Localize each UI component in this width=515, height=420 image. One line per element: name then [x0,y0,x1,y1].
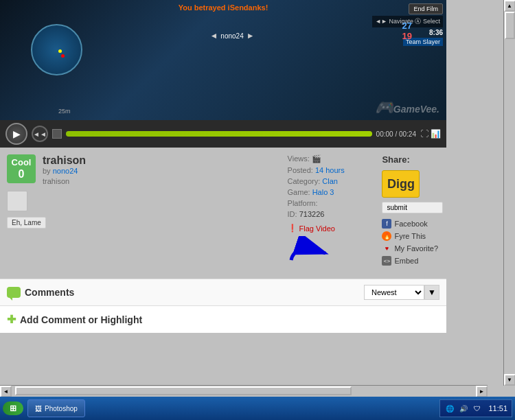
skip-back-button[interactable]: ◄◄ [32,126,48,142]
embed-label: Embed [394,257,418,265]
video-frame: You betrayed iSendanks! 25m ◄ nono24 ► E… [0,0,446,120]
video-title: trahison [43,154,277,167]
game-label: Game: [288,188,310,196]
submit-button[interactable]: submit [382,202,443,213]
facebook-link[interactable]: f Facebook [382,219,443,229]
fyre-link[interactable]: 🔥 Fyre This [382,231,443,241]
play-icon: ▶ [13,128,21,139]
system-clock: 11:51 [488,404,507,412]
posted-label: Posted: [288,166,313,174]
photoshop-icon: 🖼 [35,405,42,412]
views-icon: 🎬 [312,154,321,163]
play-button[interactable]: ▶ [5,123,27,145]
favorite-icon: ♥ [382,244,391,253]
radar-dot-enemy [61,54,65,58]
embed-icon: <> [382,256,391,266]
start-button[interactable]: ⊞ [3,401,23,415]
progress-fill [66,131,372,137]
arrow-graphic-area [288,236,376,272]
score-value1: 27 [402,21,412,31]
stats-icon[interactable]: 📊 [431,129,441,139]
posted-value: 14 hours [315,166,345,174]
scroll-up-arrow[interactable]: ▲ [504,0,516,12]
add-comment-label[interactable]: Add Comment or Highlight [20,314,142,325]
flag-video-button[interactable]: ❗ Flag Video [288,224,376,233]
comments-header: Comments Newest Oldest Most Liked ▼ [7,285,439,300]
stop-button[interactable] [52,129,62,139]
favorite-label: My Favorite? [394,244,438,253]
scroll-down-arrow[interactable]: ▼ [504,374,516,386]
share-links: f Facebook 🔥 Fyre This ♥ My Favorite? <>… [382,219,443,266]
vertical-scrollbar[interactable]: ▲ ▼ [503,0,515,386]
sort-select[interactable]: Newest Oldest Most Liked [364,285,424,300]
hud-timer: 8:36 [429,29,443,36]
avatar-area [7,191,277,211]
taskbar-right: 🌐 🔊 🛡 11:51 [439,399,512,417]
facebook-label: Facebook [394,220,427,228]
comment-bubble-icon [7,287,21,298]
avatar [7,191,27,211]
facebook-icon: f [382,219,391,229]
digg-label: Digg [387,177,415,191]
score-value2: 19 [402,31,412,41]
video-player: You betrayed iSendanks! 25m ◄ nono24 ► E… [0,0,446,148]
scroll-track-h[interactable] [12,386,476,397]
favorite-link[interactable]: ♥ My Favorite? [382,244,443,253]
game-row: Game: Halo 3 [288,188,376,196]
fyre-icon: 🔥 [382,231,391,241]
flag-label: Flag Video [299,224,335,233]
tray-icon-shield: 🛡 [472,403,483,414]
progress-bar[interactable] [66,131,372,137]
add-comment-area: ✚ Add Comment or Highlight [0,305,446,333]
digg-button[interactable]: Digg [382,170,420,198]
category-label: Category: [288,177,321,185]
scroll-track[interactable] [504,12,515,374]
windows-logo: ⊞ [10,404,16,413]
system-tray: 🌐 🔊 🛡 11:51 [439,399,512,417]
add-comment-icon: ✚ [7,313,16,326]
radar-display [31,24,82,75]
video-title-area: Cool 0 trahison by nono24 trahison [7,154,277,185]
sort-dropdown[interactable]: Newest Oldest Most Liked ▼ [364,285,439,300]
video-overlay-text: You betrayed iSendanks! [179,3,268,12]
tray-icon-volume: 🔊 [458,403,469,414]
share-panel: Share: Digg submit f Facebook 🔥 Fyre Thi… [378,148,446,279]
game-value: Halo 3 [312,188,334,196]
views-row: Views: 🎬 [288,154,376,163]
scroll-thumb-h[interactable] [15,386,352,395]
cool-button[interactable]: Cool 0 [7,154,36,183]
id-row: ID: 713226 [288,210,376,218]
author-link[interactable]: nono24 [53,167,78,175]
scroll-thumb[interactable] [505,12,515,39]
lame-button[interactable]: Eh, Lame [7,217,46,229]
video-controls-bar: ▶ ◄◄ 00:00 / 00:24 ⛶ 📊 [0,120,446,148]
scroll-left-arrow[interactable]: ◄ [0,386,12,397]
sort-arrow-button[interactable]: ▼ [424,285,439,300]
meta-panel: Views: 🎬 Posted: 14 hours Category: Clan… [284,148,379,279]
radar-dot-player [58,49,62,53]
cool-count: 0 [19,167,25,180]
scroll-right-arrow[interactable]: ► [476,386,488,397]
fyre-label: Fyre This [394,232,426,240]
platform-row: Platform: [288,199,376,207]
category-value: Clan [322,177,338,185]
cool-label: Cool [12,157,32,168]
comments-label: Comments [25,287,74,298]
title-info: trahison by nono24 trahison [43,154,277,185]
player-arrow-left: ◄ [209,31,218,40]
id-value: 713226 [299,210,325,218]
horizontal-scrollbar[interactable]: ◄ ► [0,385,488,397]
comments-section: Comments Newest Oldest Most Liked ▼ [0,279,446,305]
end-film-button[interactable]: End Film [409,3,443,14]
views-label: Views: [288,154,310,163]
video-subtitle: trahison [43,177,277,185]
fullscreen-icon[interactable]: ⛶ [420,129,428,139]
embed-link[interactable]: <> Embed [382,256,443,266]
left-panel: Cool 0 trahison by nono24 trahison Eh, L… [0,148,284,279]
player-name: nono24 [220,32,243,40]
score-box: 27 19 [402,21,412,41]
photoshop-taskbar-button[interactable]: 🖼 Photoshop [27,399,85,417]
tray-icon-network: 🌐 [444,403,455,414]
page-wrapper: You betrayed iSendanks! 25m ◄ nono24 ► E… [0,0,515,420]
video-meta-share: Cool 0 trahison by nono24 trahison Eh, L… [0,148,446,279]
